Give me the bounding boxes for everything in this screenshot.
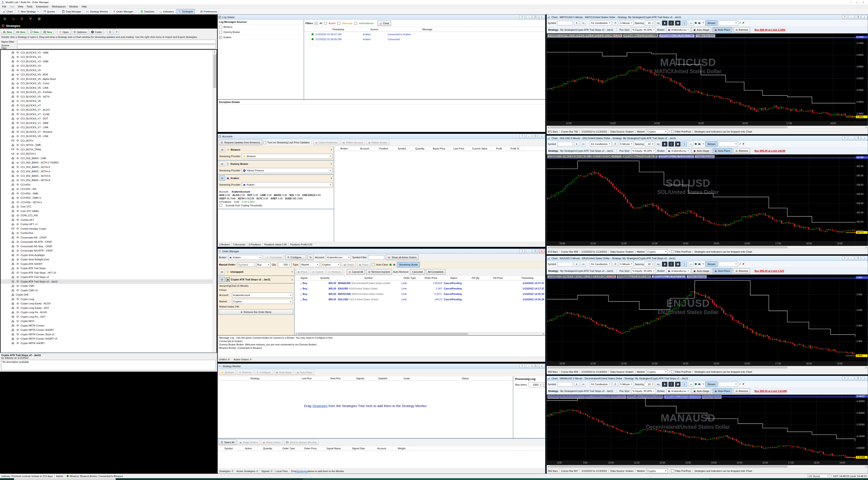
pos-size-select[interactable]: % Equity: 95.00%▼ — [631, 268, 656, 274]
chart-plot-area[interactable]: MATICUSDMATIC/United States Dollar1/13/2… — [547, 33, 868, 121]
toolbar-quotes-button[interactable]: Quotes — [41, 9, 57, 14]
monitor-remove-button[interactable]: ⊖Remove — [237, 370, 253, 375]
auto-place-button[interactable]: ◉ Auto-Place — [713, 268, 732, 274]
request-updates-button[interactable]: Request Updates from Broker(s) — [219, 140, 262, 145]
accept-icon[interactable]: ✓ — [739, 383, 741, 386]
strategy-tree-item[interactable]: ⚙CCI_BLOCKS_V7 - DOT — [1, 117, 213, 121]
pane-layout-2-button[interactable]: ▯ — [669, 141, 674, 147]
panel-close-button[interactable]: × — [862, 136, 867, 140]
chart-remove-button[interactable]: ⊖ Remove — [734, 388, 750, 394]
window-maximize-button[interactable]: □ — [856, 1, 859, 4]
manual-symbol-input[interactable] — [237, 262, 255, 267]
spacing-stepper[interactable]: ▲▼ — [645, 262, 654, 267]
chart-plot-area[interactable]: ENJUSDENJ/United States Dollar1/13/2022 … — [547, 275, 868, 361]
panel-minimize-button[interactable]: − — [848, 136, 854, 140]
reject-icon[interactable]: ✗ — [742, 22, 744, 24]
strategies-toolbar-collapse-button[interactable] — [107, 29, 113, 35]
panel-close-button[interactable]: × — [862, 15, 867, 19]
strategy-tree-item[interactable]: ⚙CCI+RSI - GME+1 — [1, 196, 213, 200]
strategies-link[interactable]: Strategies — [297, 470, 308, 473]
cursor-line-button[interactable]: | — [682, 21, 687, 26]
panel-restore-button[interactable]: ❐ — [532, 249, 538, 253]
strategy-tree-item[interactable]: ⚙CCI_RSI_BARS - XETH 2 YEARS — [1, 161, 213, 165]
block-account-select[interactable]: KrakenAccount▼ — [232, 293, 293, 297]
max-items-stepper[interactable]: ▲▼ — [529, 382, 542, 387]
auto-stage-button[interactable]: ◉ Auto-Stage — [691, 148, 711, 154]
panel-close-button[interactable]: × — [862, 256, 867, 260]
link-symbol-button[interactable] — [581, 262, 586, 267]
chart-market-select[interactable]: Cryptos▼ — [646, 250, 668, 254]
strategies-toolbar-new-button[interactable]: New — [1, 29, 14, 35]
panel-restore-button[interactable]: ❐ — [855, 136, 861, 140]
strategy-tree-item[interactable]: ⚙CCI_BLOCKS_V8 - LINK — [1, 134, 213, 139]
order-row-enjusd[interactable]: △ Buy$95.00ENJUSD (ENJ/United States Dol… — [294, 286, 545, 291]
cursor-line-button[interactable]: | — [682, 262, 687, 267]
accept-icon[interactable]: ✓ — [739, 22, 741, 24]
monitor-activate-button[interactable]: ⚡Activate — [219, 370, 236, 375]
collapse-toggle-icon[interactable]: ▼ — [291, 271, 293, 273]
library-books-icon[interactable] — [37, 16, 41, 21]
strategy-tree-item[interactable]: ⚙Crypto Long — [1, 297, 213, 301]
strategy-tree-item[interactable]: ⚙CCI_BLOCKS_V5 - Portfolio — [1, 90, 213, 95]
chart-market-select[interactable]: Cryptos▼ — [646, 370, 668, 374]
strategy-tree-item[interactable]: ⚙CCI+RSI — [1, 183, 213, 187]
flatten-broker-button[interactable]: ◉Flatten Broker — [366, 140, 389, 145]
strategy-tree-item[interactable]: ⚙Crypto 5min AvNight Over — [1, 257, 213, 262]
scale-select[interactable]: 5 Minute▼ — [619, 141, 633, 147]
strategy-tree-item[interactable]: ⚙Crypto ATR Trail Stops - HFT 10 — [1, 270, 213, 275]
processing-log-clear-button[interactable]: Clear — [544, 382, 545, 387]
strategy-tree-item[interactable]: ⚙Crypto ATR Trail Stops v2 — [1, 275, 213, 280]
strategies-pin-icon[interactable] — [20, 16, 24, 21]
strategy-tree-item[interactable]: C#⚙CCI_BOTH+1 — [1, 152, 213, 156]
chart-style-settings-button[interactable]: ⚙ — [613, 141, 618, 147]
strategy-tree-item[interactable]: ⚙CCI_BLOCKS_V4 — [1, 64, 213, 68]
strategy-tree-item[interactable]: ⚙CCI_RSI_BARS - XETH+2 — [1, 165, 213, 169]
chart-market-select[interactable]: Cryptos▼ — [646, 129, 668, 134]
auto-stage-button[interactable]: ◉ Auto-Stage — [691, 27, 711, 33]
chart-style-settings-button[interactable]: ⚙ — [613, 262, 618, 267]
strategy-tree-item[interactable]: ⚙Crypto NRTR Consec Short v2 — [1, 332, 213, 337]
chart-type-select[interactable]: Candlestick▼ — [590, 141, 612, 147]
panel-close-button[interactable]: × — [862, 376, 867, 380]
strategies-toolbar-help-button[interactable]: ? — [114, 29, 119, 35]
reject-icon[interactable]: ✗ — [742, 142, 744, 146]
strategy-tree-item[interactable]: ⚙CCI_BLOCKS_V3 - GME — [1, 59, 213, 64]
menu-file[interactable]: File — [0, 5, 8, 8]
chart-type-select[interactable]: Candlestick▼ — [590, 21, 612, 26]
market-select[interactable]: Cryptos▼ — [321, 262, 340, 267]
log-scale-button[interactable]: log — [655, 141, 661, 147]
side-select[interactable]: Buy▼ — [256, 262, 271, 267]
strategy-tree-item[interactable]: ⚙Coin STC — [1, 204, 213, 209]
strategy-tree-item[interactable]: ⚙Crossroads NS+ATR - CRSP — [1, 249, 213, 253]
chart-hscrollbar[interactable]: ◄► — [547, 465, 868, 468]
strategy-tree-item[interactable]: ⚙CCI_RSI_BARS - XETH+3 — [1, 169, 213, 174]
panel-restore-button[interactable]: ❐ — [855, 256, 861, 260]
strategy-tree-item[interactable]: C#⚙CCI_BOTH_TRAIL — [1, 147, 213, 152]
remove-order-block-button[interactable]: ⊖ Remove this Order Block — [219, 309, 293, 315]
flatten-account-button[interactable]: ◉Flatten Account — [341, 140, 365, 145]
strategies-toolbar-open-button[interactable]: Open — [57, 29, 70, 35]
menu-window[interactable]: Window — [67, 5, 80, 8]
chart-broker-select[interactable]: KrakenAccou▼ — [666, 148, 690, 153]
reject-icon[interactable]: ✗ — [742, 383, 744, 386]
spacing-stepper[interactable]: ▲▼ — [645, 382, 654, 387]
source-filter-input[interactable] — [17, 45, 216, 49]
panel-minimize-button[interactable]: − — [848, 15, 854, 19]
panel-restore-button[interactable]: ❐ — [532, 364, 538, 368]
strategy-tree-item[interactable]: ⚙CCI_BLOCKS_V5 - Coins — [1, 81, 213, 86]
log-scale-button[interactable]: log — [655, 382, 661, 387]
strategy-tree-item[interactable]: ⚙CCI+RSI - GME — [1, 191, 213, 196]
filter-prepost-checkbox[interactable] — [671, 469, 674, 472]
configure-button[interactable]: ⚙Configure ... — [285, 255, 306, 260]
reject-icon[interactable]: ✗ — [742, 263, 744, 265]
strategy-tree-item[interactable]: ⚙Crypto Long Fix - ALGO — [1, 310, 213, 315]
chart-type-select[interactable]: Candlestick▼ — [590, 262, 612, 267]
strategies-toolbar-optimize-button[interactable]: ⚙Optimize — [71, 29, 88, 35]
chart-plot-area[interactable]: MANAUSDDecentraland/United States Dollar… — [547, 395, 868, 460]
hscroll-thumb[interactable] — [550, 246, 787, 248]
strategy-tree-item[interactable]: ⚙CCI_BLOCKS_V5 - ADA — [1, 72, 213, 77]
orders-cancel-button[interactable]: ⊘Cancel — [310, 269, 325, 275]
stream-button[interactable]: Stream — [705, 141, 717, 147]
panel-minimize-button[interactable]: − — [526, 134, 531, 138]
strategy-tree-item[interactable]: ⚙Crypto ATR Trail Stops v2 - Jan11 — [1, 279, 213, 284]
